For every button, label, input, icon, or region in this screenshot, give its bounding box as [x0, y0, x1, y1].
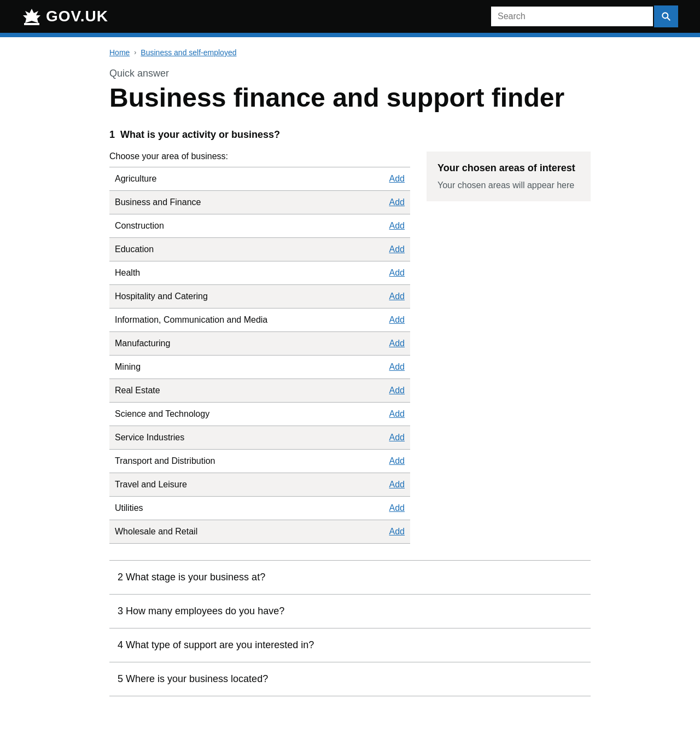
add-business-link[interactable]: Add	[389, 174, 405, 184]
search-input[interactable]	[490, 5, 654, 27]
chosen-areas-placeholder: Your chosen areas will appear here	[438, 181, 580, 190]
business-name: Travel and Leisure	[115, 480, 187, 490]
business-name: Wholesale and Retail	[115, 527, 197, 537]
add-business-link[interactable]: Add	[389, 292, 405, 301]
add-business-link[interactable]: Add	[389, 386, 405, 395]
question-1-section: 1 What is your activity or business? Cho…	[109, 129, 591, 544]
business-name: Business and Finance	[115, 197, 201, 207]
collapsed-section-label: 2 What stage is your business at?	[118, 572, 582, 583]
collapsed-section[interactable]: 3 How many employees do you have?	[109, 595, 591, 628]
business-row: MiningAdd	[109, 356, 410, 379]
breadcrumb: Home › Business and self-employed	[109, 48, 591, 57]
chosen-areas-col: Your chosen areas of interest Your chose…	[427, 152, 591, 201]
question-1-step: 1	[109, 129, 115, 140]
choose-label: Choose your area of business:	[109, 152, 410, 161]
collapsed-section-label: 5 Where is your business located?	[118, 673, 582, 685]
business-name: Transport and Distribution	[115, 456, 215, 466]
search-icon	[661, 11, 672, 22]
add-business-link[interactable]: Add	[389, 221, 405, 231]
collapsed-sections: 2 What stage is your business at?3 How m…	[109, 560, 591, 696]
chosen-areas-title: Your chosen areas of interest	[438, 162, 580, 174]
gov-logo-link[interactable]: GOV.UK	[22, 8, 108, 25]
business-name: Service Industries	[115, 433, 184, 443]
quick-answer-label: Quick answer	[109, 68, 591, 79]
breadcrumb-separator: ›	[134, 49, 136, 56]
business-row: EducationAdd	[109, 238, 410, 261]
add-business-link[interactable]: Add	[389, 268, 405, 278]
business-row: Wholesale and RetailAdd	[109, 520, 410, 544]
breadcrumb-home[interactable]: Home	[109, 48, 130, 57]
business-name: Education	[115, 244, 154, 254]
accent-bar	[0, 33, 700, 37]
search-form	[490, 5, 678, 27]
page-title: Business finance and support finder	[109, 84, 591, 113]
collapsed-section-label: 3 How many employees do you have?	[118, 606, 582, 617]
main-content: Home › Business and self-employed Quick …	[88, 37, 612, 707]
search-button[interactable]	[654, 5, 678, 27]
collapsed-section-label: 4 What type of support are you intereste…	[118, 639, 582, 651]
add-business-link[interactable]: Add	[389, 362, 405, 372]
business-name: Hospitality and Catering	[115, 292, 208, 301]
business-row: Business and FinanceAdd	[109, 191, 410, 214]
business-row: HealthAdd	[109, 261, 410, 285]
add-business-link[interactable]: Add	[389, 339, 405, 348]
business-list: AgricultureAddBusiness and FinanceAddCon…	[109, 167, 410, 544]
question-1-text: What is your activity or business?	[120, 129, 280, 140]
site-header: GOV.UK	[0, 0, 700, 33]
business-name: Information, Communication and Media	[115, 315, 267, 325]
svg-rect-0	[24, 23, 39, 25]
business-row: Real EstateAdd	[109, 379, 410, 403]
collapsed-section[interactable]: 2 What stage is your business at?	[109, 561, 591, 595]
business-row: ManufacturingAdd	[109, 332, 410, 356]
business-name: Agriculture	[115, 174, 156, 184]
business-row: AgricultureAdd	[109, 167, 410, 191]
business-name: Mining	[115, 362, 141, 372]
add-business-link[interactable]: Add	[389, 433, 405, 443]
svg-line-2	[667, 18, 670, 20]
collapsed-section[interactable]: 4 What type of support are you intereste…	[109, 628, 591, 662]
business-name: Health	[115, 268, 140, 278]
gov-logo-text: GOV.UK	[46, 8, 108, 25]
add-business-link[interactable]: Add	[389, 503, 405, 513]
question-1-label: 1 What is your activity or business?	[109, 129, 591, 141]
chosen-areas-box: Your chosen areas of interest Your chose…	[427, 152, 591, 201]
business-row: Service IndustriesAdd	[109, 426, 410, 450]
business-name: Utilities	[115, 503, 143, 513]
business-area-col: Choose your area of business: Agricultur…	[109, 152, 410, 544]
add-business-link[interactable]: Add	[389, 315, 405, 325]
business-row: Hospitality and CateringAdd	[109, 285, 410, 308]
business-name: Science and Technology	[115, 409, 209, 419]
add-business-link[interactable]: Add	[389, 244, 405, 254]
add-business-link[interactable]: Add	[389, 409, 405, 419]
breadcrumb-current[interactable]: Business and self-employed	[141, 48, 236, 57]
business-row: UtilitiesAdd	[109, 497, 410, 520]
add-business-link[interactable]: Add	[389, 197, 405, 207]
business-row: Transport and DistributionAdd	[109, 450, 410, 473]
crown-icon	[22, 8, 42, 25]
business-row: ConstructionAdd	[109, 214, 410, 238]
business-row: Science and TechnologyAdd	[109, 403, 410, 426]
add-business-link[interactable]: Add	[389, 456, 405, 466]
add-business-link[interactable]: Add	[389, 527, 405, 537]
business-name: Real Estate	[115, 386, 160, 395]
add-business-link[interactable]: Add	[389, 480, 405, 490]
business-name: Manufacturing	[115, 339, 170, 348]
question-1-content: Choose your area of business: Agricultur…	[109, 152, 591, 544]
business-row: Information, Communication and MediaAdd	[109, 308, 410, 332]
collapsed-section[interactable]: 5 Where is your business located?	[109, 662, 591, 696]
business-name: Construction	[115, 221, 164, 231]
business-row: Travel and LeisureAdd	[109, 473, 410, 497]
